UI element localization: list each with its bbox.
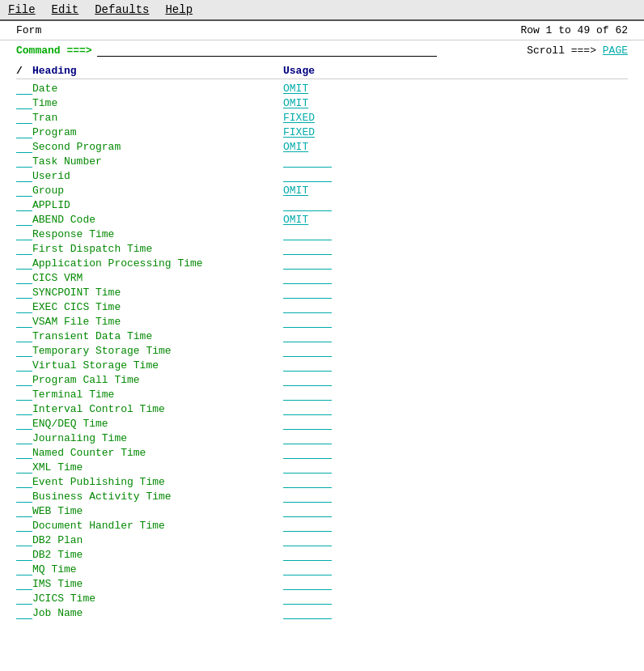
row-selector[interactable] <box>16 111 32 124</box>
row-selector[interactable] <box>16 329 32 342</box>
row-usage <box>283 475 332 488</box>
row-selector[interactable] <box>16 504 32 517</box>
row-selector[interactable] <box>16 198 32 211</box>
table-row: Document Handler Time <box>16 518 628 533</box>
row-heading-text: Group <box>32 185 283 197</box>
table-row: ENQ/DEQ Time <box>16 416 628 431</box>
row-usage <box>283 519 332 532</box>
row-selector[interactable] <box>16 257 32 270</box>
row-heading-text: Program <box>32 126 283 138</box>
row-usage: FIXED <box>283 126 332 138</box>
table-row: Application Processing Time <box>16 256 628 270</box>
row-selector[interactable] <box>16 96 32 109</box>
row-heading-text: Temporary Storage Time <box>32 345 283 357</box>
row-heading-text: Response Time <box>32 228 283 240</box>
row-selector[interactable] <box>16 606 32 619</box>
row-selector[interactable] <box>16 140 32 153</box>
row-heading-text: CICS VRM <box>32 272 283 284</box>
scroll-info: Scroll ===> PAGE <box>527 45 628 57</box>
row-heading-text: Tran <box>32 112 283 124</box>
row-heading-text: DB2 Plan <box>32 534 283 546</box>
table-row: DB2 Plan <box>16 533 628 547</box>
row-selector[interactable] <box>16 242 32 255</box>
row-selector[interactable] <box>16 344 32 357</box>
row-usage[interactable]: OMIT <box>283 83 332 95</box>
usage-col: Usage <box>283 65 348 77</box>
row-selector[interactable] <box>16 373 32 386</box>
row-heading-text: EXEC CICS Time <box>32 301 283 313</box>
table-row: Second ProgramOMIT <box>16 139 628 154</box>
row-selector[interactable] <box>16 359 32 372</box>
row-usage[interactable]: OMIT <box>283 141 332 153</box>
row-selector[interactable] <box>16 519 32 532</box>
row-usage <box>283 592 332 605</box>
row-usage[interactable]: OMIT <box>283 185 332 197</box>
row-usage <box>283 344 332 357</box>
row-usage[interactable]: OMIT <box>283 214 332 226</box>
row-selector[interactable] <box>16 431 32 444</box>
row-heading-text: Transient Data Time <box>32 330 283 342</box>
row-selector[interactable] <box>16 592 32 605</box>
command-input[interactable] <box>97 44 437 57</box>
row-selector[interactable] <box>16 286 32 299</box>
row-heading-text: Userid <box>32 170 283 182</box>
row-heading-text: Time <box>32 97 283 109</box>
table-row: Business Activity Time <box>16 489 628 503</box>
row-heading-text: JCICS Time <box>32 592 283 605</box>
scroll-page[interactable]: PAGE <box>603 45 628 57</box>
row-selector[interactable] <box>16 155 32 168</box>
row-usage[interactable]: OMIT <box>283 97 332 109</box>
row-selector[interactable] <box>16 388 32 401</box>
menu-defaults[interactable]: Defaults <box>95 3 149 16</box>
row-selector[interactable] <box>16 461 32 474</box>
row-selector[interactable] <box>16 533 32 546</box>
row-selector[interactable] <box>16 184 32 197</box>
row-selector[interactable] <box>16 446 32 459</box>
table-row: TimeOMIT <box>16 96 628 110</box>
menu-file[interactable]: File <box>8 3 36 16</box>
row-selector[interactable] <box>16 402 32 415</box>
table-row: IMS Time <box>16 576 628 591</box>
row-selector[interactable] <box>16 548 32 561</box>
row-selector[interactable] <box>16 475 32 488</box>
table-row: Job Name <box>16 605 628 620</box>
row-heading-text: Job Name <box>32 607 283 619</box>
table-row: Temporary Storage Time <box>16 343 628 358</box>
row-selector[interactable] <box>16 271 32 284</box>
menu-help[interactable]: Help <box>165 3 193 16</box>
table-row: First Dispatch Time <box>16 241 628 256</box>
table-row: VSAM File Time <box>16 314 628 329</box>
row-heading-text: DB2 Time <box>32 549 283 561</box>
row-heading-text: SYNCPOINT Time <box>32 287 283 299</box>
row-heading-text: Document Handler Time <box>32 520 283 532</box>
command-row: Command ===> Scroll ===> PAGE <box>0 40 644 60</box>
row-heading-text: IMS Time <box>32 578 283 590</box>
table-row: Terminal Time <box>16 387 628 401</box>
row-usage <box>283 461 332 474</box>
row-selector[interactable] <box>16 315 32 328</box>
row-selector[interactable] <box>16 213 32 226</box>
row-heading-text: APPLID <box>32 199 283 211</box>
row-usage <box>283 533 332 546</box>
table-row: ABEND CodeOMIT <box>16 212 628 227</box>
table-row: SYNCPOINT Time <box>16 285 628 299</box>
row-selector[interactable] <box>16 417 32 430</box>
row-selector[interactable] <box>16 577 32 590</box>
row-usage <box>283 359 332 372</box>
row-heading-text: Program Call Time <box>32 374 283 386</box>
table-row: Transient Data Time <box>16 329 628 343</box>
table-row: DateOMIT <box>16 81 628 96</box>
table-row: Named Counter Time <box>16 445 628 460</box>
row-heading-text: WEB Time <box>32 505 283 517</box>
menu-edit[interactable]: Edit <box>52 3 79 16</box>
row-selector[interactable] <box>16 125 32 138</box>
row-selector[interactable] <box>16 300 32 313</box>
row-usage <box>283 286 332 299</box>
row-selector[interactable] <box>16 82 32 95</box>
row-usage <box>283 300 332 313</box>
row-selector[interactable] <box>16 490 32 503</box>
row-heading-text: Event Publishing Time <box>32 476 283 488</box>
row-selector[interactable] <box>16 169 32 182</box>
row-selector[interactable] <box>16 227 32 240</box>
row-selector[interactable] <box>16 563 32 575</box>
